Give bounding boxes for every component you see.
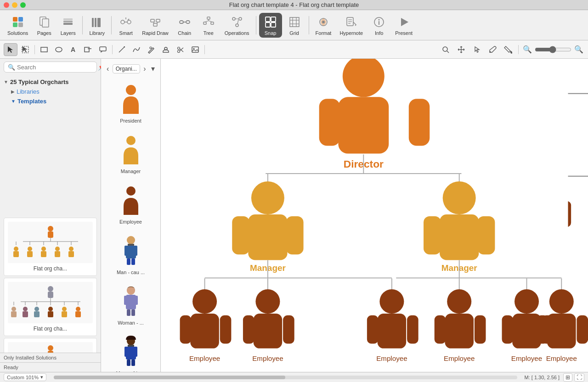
present-icon [396, 15, 411, 29]
shapes-nav-next[interactable]: › [141, 64, 147, 74]
close-button[interactable] [4, 2, 9, 8]
svg-point-97 [11, 307, 16, 311]
svg-rect-98 [11, 311, 17, 317]
svg-rect-257 [283, 315, 294, 344]
shapes-nav-label[interactable]: Organi... [113, 64, 140, 73]
window-controls[interactable] [4, 2, 26, 8]
ellipse-tool[interactable] [52, 43, 66, 56]
svg-rect-7 [63, 21, 73, 22]
zoom-controls: 🔍 🔍 [439, 43, 584, 56]
svg-point-42 [322, 21, 325, 23]
svg-rect-147 [127, 258, 130, 265]
svg-rect-225 [338, 97, 389, 153]
org-chart-container: Director Manager Manager [161, 59, 588, 372]
operations-label: Operations [225, 30, 249, 36]
svg-line-69 [447, 51, 449, 53]
tree-root-arrow: ▼ [4, 79, 8, 84]
toolbar-library[interactable]: Library [85, 13, 108, 38]
shape-manager-figure [117, 131, 145, 168]
toolbar-smart[interactable]: Smart [114, 13, 137, 38]
shape-employee[interactable]: Employee [103, 178, 158, 228]
fullscreen-icon[interactable]: ⛶ [574, 373, 584, 382]
search-icon: 🔍 [8, 64, 15, 71]
callout-tool[interactable] [96, 43, 110, 56]
canvas-area[interactable]: Director Manager [161, 59, 588, 372]
svg-point-80 [28, 247, 32, 251]
maximize-button[interactable] [20, 2, 26, 8]
shape-manager[interactable]: Manager [103, 127, 158, 178]
toolbar-tree[interactable]: Tree [197, 13, 220, 38]
rectangle-tool[interactable] [37, 43, 51, 56]
tree-templates[interactable]: ▼ Templates [4, 96, 97, 106]
fit-icon[interactable]: ⊞ [563, 373, 572, 382]
zoom-display[interactable]: Custom 101% ▾ [4, 373, 46, 381]
toolbar-hypernote[interactable]: Hypernote [336, 13, 367, 38]
shapes-nav-prev[interactable]: ‹ [105, 64, 111, 74]
tool-palette: A � [0, 40, 588, 59]
template-item-3[interactable]: Flat org cha... [4, 338, 97, 353]
toolbar-grid[interactable]: Grid [283, 13, 306, 38]
image-tool[interactable] [188, 43, 202, 56]
toolbar-info[interactable]: Info [368, 13, 390, 38]
stamp-tool[interactable] [159, 43, 173, 56]
svg-rect-55 [85, 47, 89, 52]
svg-rect-280 [537, 315, 548, 344]
svg-rect-151 [124, 296, 128, 305]
templates-arrow: ▼ [11, 99, 16, 104]
minimize-button[interactable] [12, 2, 17, 8]
shape-woman[interactable]: Woman - ... [103, 279, 158, 329]
hypernote-icon [344, 15, 359, 29]
fill-tool[interactable] [501, 43, 515, 56]
main-toolbar: Solutions Pages Layers Library Smart Rap [0, 10, 588, 40]
scissors-tool[interactable] [174, 43, 187, 56]
svg-rect-240 [424, 216, 441, 254]
svg-rect-32 [266, 17, 270, 22]
toolbar-rapid-draw[interactable]: Rapid Draw [138, 13, 172, 38]
text-select-tool[interactable] [18, 43, 32, 56]
toolbar-solutions[interactable]: Solutions [4, 13, 32, 38]
pan-tool[interactable] [454, 43, 468, 56]
toolbar-layers[interactable]: Layers [57, 13, 79, 38]
svg-point-100 [23, 307, 28, 311]
search-zoom-button[interactable] [439, 43, 452, 56]
line-tool[interactable] [115, 43, 129, 56]
pen-tool[interactable] [144, 43, 158, 56]
svg-rect-10 [95, 18, 96, 27]
shape-president[interactable]: President [103, 77, 158, 127]
search-input[interactable] [17, 64, 94, 71]
text-tool[interactable]: A [67, 43, 80, 56]
svg-point-139 [126, 85, 136, 95]
svg-point-248 [192, 289, 217, 314]
tree-libraries[interactable]: ▶ Libraries [4, 87, 97, 96]
template-item-2[interactable]: Flat org cha... [4, 278, 97, 336]
shape-tool[interactable] [81, 43, 95, 56]
shape-man-african[interactable]: Man - african [103, 329, 158, 372]
shapes-nav: ‹ Organi... › ▾ [103, 62, 158, 77]
shape-man-caucasian[interactable]: Man - cau ... [103, 228, 158, 279]
tree-root[interactable]: ▼ 25 Typical Orgcharts [4, 77, 97, 87]
svg-rect-104 [34, 311, 40, 317]
svg-point-60 [150, 47, 152, 49]
info-icon [372, 15, 386, 29]
eyedropper-tool[interactable] [486, 43, 499, 56]
status-text: Ready [0, 362, 101, 372]
svg-rect-244 [205, 277, 392, 278]
zoom-slider[interactable] [535, 46, 571, 53]
pointer-tool[interactable] [470, 43, 484, 56]
toolbar-format[interactable]: Format [312, 13, 335, 38]
zoom-out-button[interactable]: 🔍 [522, 44, 533, 55]
svg-point-83 [41, 247, 46, 251]
tree-label: Tree [204, 30, 214, 36]
toolbar-operations[interactable]: Operations [221, 13, 253, 38]
template-item-1[interactable]: Flat org cha... [4, 218, 97, 276]
svg-rect-66 [192, 47, 198, 52]
zoom-in-button[interactable]: 🔍 [573, 44, 584, 55]
toolbar-snap[interactable]: Snap [259, 13, 282, 38]
svg-rect-236 [286, 216, 304, 254]
toolbar-pages[interactable]: Pages [33, 13, 56, 38]
shapes-nav-dropdown[interactable]: ▾ [149, 63, 157, 74]
toolbar-chain[interactable]: Chain [173, 13, 196, 38]
toolbar-present[interactable]: Present [391, 13, 416, 38]
select-tool[interactable] [4, 43, 17, 56]
curve-tool[interactable] [130, 43, 143, 56]
